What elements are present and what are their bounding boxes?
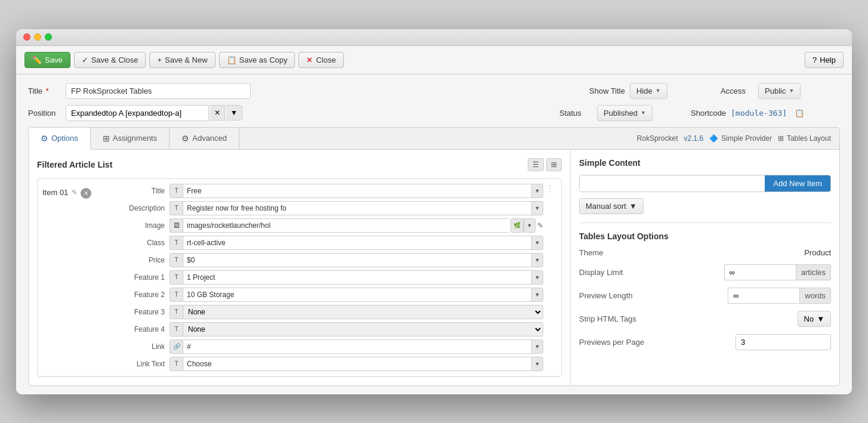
close-button[interactable]: ✕ Close [298, 52, 343, 68]
display-limit-label: Display Limit [579, 268, 657, 277]
content-area: Title * Show Title Hide ▼ Access Public … [16, 75, 852, 394]
class-field-label: Class [120, 239, 165, 247]
version-number[interactable]: v2.1.6 [684, 134, 704, 143]
price-field-label: Price [120, 256, 165, 264]
tab-options[interactable]: ⚙ Options [29, 128, 91, 150]
previews-per-page-label: Previews per Page [579, 338, 657, 347]
position-clear-button[interactable]: ✕ [210, 105, 225, 121]
pencil-icon[interactable]: ✎ [72, 189, 77, 196]
panel-actions: ☰ ⊞ [528, 158, 562, 171]
toolbar-left: ✏️ Save ✓ Save & Close + Save & New 📋 Sa… [24, 52, 344, 68]
tab-advanced[interactable]: ⚙ Advanced [170, 128, 239, 149]
title-field-input[interactable] [183, 184, 531, 198]
save-close-button[interactable]: ✓ Save & Close [74, 52, 146, 68]
class-dropdown-icon[interactable]: ▼ [531, 236, 543, 250]
feature1-dropdown-icon[interactable]: ▼ [531, 270, 543, 285]
price-dropdown-icon[interactable]: ▼ [531, 253, 543, 267]
preview-length-input[interactable] [728, 288, 799, 304]
panel-header: Filtered Article List ☰ ⊞ [37, 158, 562, 171]
preview-length-suffix: words [799, 288, 831, 304]
item-remove-button[interactable]: × [81, 188, 91, 199]
link-text-field-input[interactable] [183, 357, 531, 371]
drag-handle[interactable]: ⋮ [543, 184, 556, 193]
manual-sort-label: Manual sort [586, 202, 626, 211]
link-dropdown-icon[interactable]: ▼ [531, 339, 543, 354]
form-row-1: Title * Show Title Hide ▼ Access Public … [28, 83, 840, 99]
simple-provider-link[interactable]: 🔷 Simple Provider [709, 134, 772, 143]
previews-per-page-input[interactable] [735, 334, 831, 350]
close-label: Close [316, 55, 335, 64]
preview-length-input-group: words [728, 288, 831, 304]
feature3-select[interactable]: None [183, 305, 543, 319]
tab-assignments[interactable]: ⊞ Assignments [91, 128, 170, 149]
tabs-header: ⚙ Options ⊞ Assignments ⚙ Advanced RokSp… [29, 128, 839, 150]
text-type-icon: T [170, 322, 183, 336]
chevron-down-icon: ▼ [655, 88, 661, 94]
help-button[interactable]: ? Help [805, 52, 844, 68]
position-dropdown-button[interactable]: ▼ [226, 105, 242, 121]
image-browse-icon[interactable]: 🌿 [510, 218, 524, 233]
check-icon: ✓ [82, 55, 88, 64]
status-dropdown[interactable]: Published ▼ [597, 105, 652, 121]
price-field-row: Price T ▼ [120, 253, 543, 267]
manual-sort-button[interactable]: Manual sort ▼ [579, 198, 644, 214]
tables-layout-title: Tables Layout Options [579, 231, 831, 241]
title-input[interactable] [66, 83, 251, 99]
image-dropdown-icon[interactable]: ▼ [524, 218, 535, 233]
save-copy-button[interactable]: 📋 Save as Copy [219, 52, 296, 68]
minimize-window-button[interactable] [34, 33, 41, 41]
position-input[interactable] [66, 105, 209, 121]
show-title-dropdown[interactable]: Hide ▼ [630, 83, 667, 99]
show-title-label: Show Title [589, 87, 625, 95]
feature2-field-row: Feature 2 T ▼ [120, 288, 543, 302]
strip-html-dropdown[interactable]: No ▼ [798, 311, 832, 327]
class-input-group: T ▼ [170, 236, 543, 250]
list-view-button[interactable]: ☰ [528, 158, 544, 171]
previews-per-page-row: Previews per Page [579, 334, 831, 350]
tab-content: Filtered Article List ☰ ⊞ Item 01 ✎ × [29, 150, 839, 385]
close-window-button[interactable] [23, 33, 30, 41]
save-copy-label: Save as Copy [239, 55, 288, 64]
layout-icon: ⊞ [778, 134, 784, 143]
status-value: Published [604, 109, 638, 118]
add-new-search-input[interactable] [580, 175, 765, 192]
grid-view-button[interactable]: ⊞ [546, 158, 562, 171]
copy-shortcode-icon[interactable]: 📋 [795, 109, 804, 118]
image-field-input[interactable] [183, 218, 509, 233]
feature4-field-row: Feature 4 T None [120, 322, 543, 336]
copy-icon: 📋 [227, 55, 236, 64]
feature2-dropdown-icon[interactable]: ▼ [531, 288, 543, 302]
tables-layout-label: Tables Layout [787, 134, 831, 143]
image-edit-icon[interactable]: ✎ [537, 221, 543, 230]
feature1-field-row: Feature 1 T ▼ [120, 270, 543, 285]
title-dropdown-icon[interactable]: ▼ [531, 184, 543, 198]
image-type-icon: 🖼 [170, 218, 183, 233]
feature4-select[interactable]: None [183, 322, 543, 336]
access-dropdown[interactable]: Public ▼ [758, 83, 801, 99]
link-input-group: 🔗 ▼ [170, 339, 543, 354]
feature2-field-input[interactable] [183, 288, 531, 302]
description-field-input[interactable] [183, 201, 531, 215]
save-new-button[interactable]: + Save & New [149, 52, 215, 68]
description-input-group: T ▼ [170, 201, 543, 215]
class-field-row: Class T ▼ [120, 236, 543, 250]
title-field-row: Title T ▼ [120, 184, 543, 198]
maximize-window-button[interactable] [45, 33, 52, 41]
link-field-input[interactable] [183, 339, 531, 354]
item-fields: Title T ▼ Description [120, 184, 543, 371]
save-button[interactable]: ✏️ Save [24, 52, 70, 68]
chevron-down-icon: ▼ [629, 202, 637, 211]
theme-label: Theme [579, 248, 657, 257]
text-type-icon: T [170, 288, 183, 302]
text-type-icon: T [170, 357, 183, 371]
description-dropdown-icon[interactable]: ▼ [531, 201, 543, 215]
tables-layout-link[interactable]: ⊞ Tables Layout [778, 134, 831, 143]
feature1-field-input[interactable] [183, 270, 531, 285]
link-text-dropdown-icon[interactable]: ▼ [531, 357, 543, 371]
image-field-label: Image [120, 221, 165, 230]
price-field-input[interactable] [183, 253, 531, 267]
add-new-item-button[interactable]: Add New Item [765, 175, 830, 192]
class-field-input[interactable] [183, 236, 531, 250]
display-limit-input[interactable] [724, 264, 796, 280]
access-group: Access Public ▼ [721, 83, 840, 99]
